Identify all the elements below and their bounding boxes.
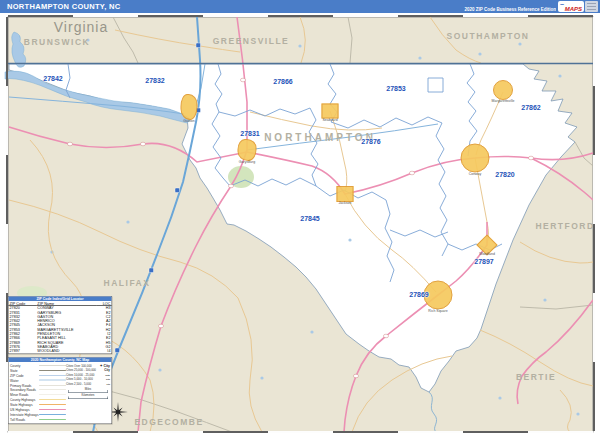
legend-line-label: ZIP Code	[10, 373, 39, 377]
legend-line-label: Primary Roads	[10, 383, 39, 387]
logo-card: ~ MAPS	[558, 1, 584, 12]
legend-line-label: Toll Roads	[10, 418, 39, 422]
legend-right-column: Cities Over 100,000✦CityCities 25,000 - …	[66, 363, 110, 422]
legend-line-label: Minor Roads	[10, 393, 39, 397]
legend-city-class: Cities 2,500 - 5,000city	[66, 381, 110, 386]
zip-code-cell: 27897	[9, 349, 37, 353]
legend-line-sample	[39, 385, 66, 386]
legend-line-item: Toll Roads	[10, 417, 66, 422]
city-class-sample: City	[104, 368, 110, 371]
city-class-sample: city	[107, 382, 110, 385]
city-class-label: Cities 2,500 - 5,000	[66, 382, 107, 385]
map-neatline-left	[6, 17, 8, 431]
page-title: NORTHAMPTON COUNTY, NC	[7, 2, 121, 11]
scale-bar-miles	[68, 390, 108, 393]
legend-line-sample	[39, 375, 66, 376]
scale-bar-km	[68, 396, 108, 399]
city-class-label: Cities 25,000 - 100,000	[66, 368, 104, 371]
logo-swirl-icon: ~	[560, 1, 564, 8]
logo-reference-card	[585, 1, 598, 12]
zip-name-cell: WOODLAND	[36, 349, 96, 353]
legend-line-sample	[39, 404, 66, 405]
legend-line-sample	[39, 414, 66, 415]
map-neatline-bottom	[8, 431, 593, 433]
map-page: VirginiaBRUNSWICKGREENSVILLESOUTHAMPTONH…	[0, 0, 600, 435]
city-class-sample: City	[105, 373, 110, 376]
legend-line-label: US Highways	[10, 408, 39, 412]
edition-label: 2020 ZIP Code Business Reference Edition	[465, 7, 556, 12]
app-header: NORTHAMPTON COUNTY, NC 2020 ZIP Code Bus…	[0, 0, 600, 13]
city-class-sample: City	[103, 364, 110, 368]
city-star-icon: ✦	[100, 363, 103, 368]
zip-index-panel: ZIP Code Index/Grid Locator ZIP Code ZIP…	[8, 296, 112, 354]
logo-maps-text: MAPS	[565, 6, 582, 12]
legend-line-label: State	[10, 369, 39, 373]
city-class-sample: city	[106, 378, 110, 381]
legend-line-label: County	[10, 364, 39, 368]
legend-line-label: Secondary Roads	[10, 388, 39, 392]
legend-line-sample	[39, 395, 66, 396]
table-row: 27897WOODLANDI4	[9, 349, 112, 353]
map-legend-body: CountyStateZIP CodeWaterPrimary RoadsSec…	[9, 362, 112, 423]
legend-line-label: Water	[10, 378, 39, 382]
city-class-label: Cities 10,000 - 25,000	[66, 373, 105, 376]
legend-line-label: State Highways	[10, 403, 39, 407]
city-class-label: Cities 5,000 - 10,000	[66, 378, 106, 381]
legend-line-items: CountyStateZIP CodeWaterPrimary RoadsSec…	[10, 363, 66, 422]
zip-index-body: 27820CONWAYH327831GARYSBURGE227832GASTON…	[9, 306, 112, 354]
legend-line-sample	[39, 365, 66, 366]
map-legend-panel: 2020 Northampton County, NC Map CountySt…	[8, 357, 112, 424]
map-neatline-top	[8, 15, 593, 17]
legend-line-label: County Highways	[10, 398, 39, 402]
legend-line-sample	[39, 409, 66, 410]
legend-line-sample	[39, 370, 66, 371]
legend-line-sample	[39, 399, 66, 400]
city-class-label: Cities Over 100,000	[66, 364, 100, 367]
loc-cell: I4	[96, 349, 111, 353]
legend-line-sample	[39, 419, 66, 420]
map-neatline-right	[593, 17, 595, 431]
legend-line-sample	[39, 380, 66, 381]
legend-line-sample	[39, 390, 66, 391]
legend-city-classes: Cities Over 100,000✦CityCities 25,000 - …	[66, 363, 110, 386]
legend-line-label: Interstate Highways	[10, 413, 39, 417]
brand-logo: ~ MAPS	[558, 1, 598, 12]
zip-index-table: ZIP Code ZIP Name LOC 27820CONWAYH327831…	[9, 301, 112, 353]
